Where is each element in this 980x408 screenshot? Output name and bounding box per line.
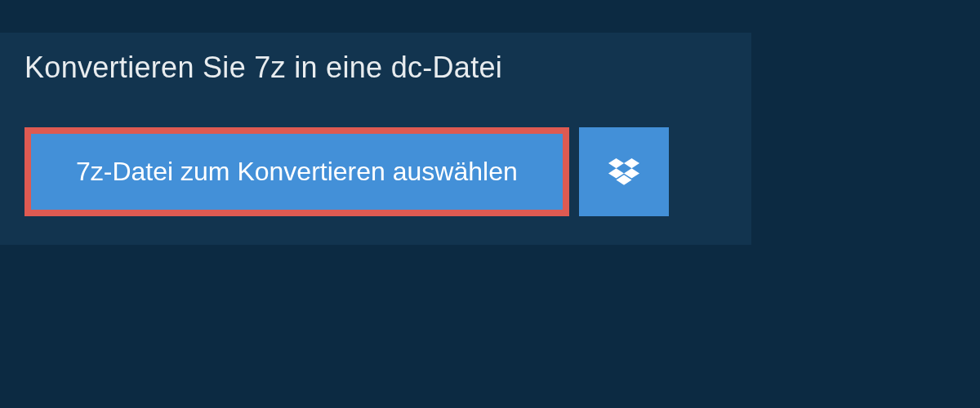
title-bar: Konvertieren Sie 7z in eine dc-Datei	[0, 33, 527, 103]
converter-panel: Konvertieren Sie 7z in eine dc-Datei 7z-…	[0, 33, 751, 245]
page-title: Konvertieren Sie 7z in eine dc-Datei	[24, 51, 502, 85]
dropbox-button[interactable]	[579, 127, 669, 216]
dropbox-icon	[608, 157, 639, 187]
select-file-button[interactable]: 7z-Datei zum Konvertieren auswählen	[24, 127, 569, 216]
select-file-label: 7z-Datei zum Konvertieren auswählen	[76, 157, 518, 187]
button-row: 7z-Datei zum Konvertieren auswählen	[0, 103, 751, 216]
